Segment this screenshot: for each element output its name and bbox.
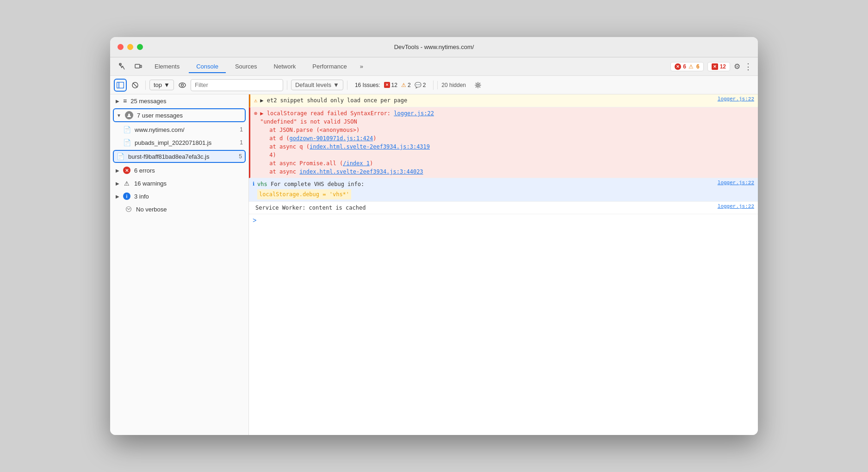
console-entry-warning: ⚠ ▶ et2 snippet should only load once pe…	[249, 94, 758, 107]
toolbar-separator-1	[145, 81, 146, 90]
svg-rect-1	[135, 64, 140, 68]
titlebar: DevTools - www.nytimes.com/	[110, 37, 758, 57]
vhs-entry-text: vhs For complete VHS debug info: localSt…	[257, 180, 715, 199]
issues-warning-icon: ⚠	[401, 82, 406, 88]
svg-point-11	[126, 207, 131, 212]
chevron-down-icon: ▼	[117, 113, 121, 118]
context-selector[interactable]: top ▼	[149, 80, 174, 90]
filter-input[interactable]	[191, 79, 283, 91]
tab-sources[interactable]: Sources	[228, 60, 265, 73]
blocked-badge[interactable]: ✕ 12	[707, 62, 730, 71]
svg-point-9	[477, 84, 479, 86]
devtools-window: DevTools - www.nytimes.com/ Elements Con…	[110, 37, 758, 435]
warning-triangle-icon: ⚠	[688, 63, 694, 70]
warning-entry-icon: ⚠	[254, 97, 257, 104]
maximize-button[interactable]	[137, 44, 143, 50]
tabs-right: ✕ 6 ⚠ 6 ✕ 12 ⚙ ⋮	[670, 62, 752, 72]
verbose-icon	[125, 205, 132, 213]
more-options-icon[interactable]: ⋮	[744, 62, 752, 72]
svelte-link-1[interactable]: index.html.svelte-2eef3934.js:3:4319	[310, 143, 430, 150]
godzown-link[interactable]: godzown-9010971d.js:1:424	[290, 135, 373, 142]
svg-point-8	[181, 84, 183, 86]
tab-elements[interactable]: Elements	[147, 60, 187, 73]
error-x-icon: ✕	[675, 63, 681, 70]
device-toolbar-icon[interactable]	[131, 60, 145, 73]
tab-network[interactable]: Network	[267, 60, 304, 73]
close-button[interactable]	[118, 44, 124, 50]
toolbar-separator-4	[433, 81, 434, 90]
file-icon: 📄	[123, 126, 131, 133]
prompt-chevron: >	[253, 217, 256, 224]
chevron-warnings-icon: ▶	[116, 181, 119, 186]
chevron-errors-icon: ▶	[116, 168, 119, 173]
traffic-lights	[118, 44, 143, 50]
eye-icon-button[interactable]	[176, 79, 189, 92]
console-prompt[interactable]: >	[249, 214, 758, 227]
issues-errors-count: ✕ 12	[384, 82, 397, 88]
chevron-info-icon: ▶	[116, 194, 119, 199]
sidebar-item-nytimes[interactable]: 📄 www.nytimes.com/ 1	[110, 123, 248, 136]
toolbar-separator-3	[347, 81, 347, 90]
chevron-right-icon: ▶	[116, 99, 119, 104]
log-levels-selector[interactable]: Default levels ▼	[291, 80, 343, 90]
list-icon: ≡	[123, 97, 127, 105]
warning-entry-location[interactable]: logger.js:22	[718, 96, 754, 102]
more-tabs[interactable]: »	[356, 61, 367, 72]
sidebar-item-info[interactable]: ▶ i 3 info	[110, 190, 248, 203]
main-content: ▶ ≡ 25 messages ▼ 7 user messages 📄 www.…	[110, 94, 758, 435]
warning-entry-text: ▶ et2 snippet should only load once per …	[260, 96, 715, 105]
issues-info-count: 💬 2	[415, 82, 426, 88]
issues-warnings-count: ⚠ 2	[401, 82, 411, 88]
toolbar-separator-2	[287, 81, 287, 90]
clear-console-button[interactable]	[129, 79, 142, 92]
tabs-bar: Elements Console Sources Network Perform…	[110, 57, 758, 76]
svelte-link-2[interactable]: index.html.svelte-2eef3934.js:3:44023	[299, 168, 423, 175]
sidebar-item-burst[interactable]: 📄 burst-f9baff81bad8ea7efa3c.js 5	[113, 150, 246, 163]
sidebar-item-pubads[interactable]: 📄 pubads_impl_2022071801.js 1	[110, 136, 248, 149]
info-entry-icon: ℹ	[253, 181, 254, 187]
sidebar-item-warnings[interactable]: ▶ ⚠ 16 warnings	[110, 177, 248, 190]
normal-entry-location[interactable]: logger.js:22	[718, 204, 754, 209]
sidebar-item-user-messages[interactable]: ▼ 7 user messages	[113, 108, 246, 122]
issues-info-icon: 💬	[415, 82, 422, 88]
error-location-link[interactable]: logger.js:22	[394, 110, 434, 117]
user-icon	[125, 111, 133, 119]
console-settings-icon[interactable]	[471, 79, 484, 92]
minimize-button[interactable]	[127, 44, 133, 50]
settings-icon[interactable]: ⚙	[734, 62, 740, 71]
tab-performance[interactable]: Performance	[305, 60, 354, 73]
issues-bar: 16 Issues: ✕ 12 ⚠ 2 💬 2	[351, 82, 429, 88]
block-icon: ✕	[712, 63, 718, 70]
sidebar-item-errors[interactable]: ▶ ✕ 6 errors	[110, 164, 248, 177]
file-icon-burst: 📄	[117, 153, 124, 160]
file-icon-pubads: 📄	[123, 139, 131, 146]
console-sidebar: ▶ ≡ 25 messages ▼ 7 user messages 📄 www.…	[110, 94, 249, 435]
index-link[interactable]: /index 1	[343, 160, 370, 167]
console-output[interactable]: ⚠ ▶ et2 snippet should only load once pe…	[249, 94, 758, 435]
console-entry-error: ⊗ ▶ localStorage read failed SyntaxError…	[249, 107, 758, 178]
issues-error-icon: ✕	[384, 82, 390, 88]
svg-rect-3	[117, 82, 124, 88]
inspect-icon[interactable]	[116, 60, 130, 73]
console-entry-vhs: ℹ vhs For complete VHS debug info: local…	[249, 178, 758, 202]
console-entry-normal: Service Worker: content is cached logger…	[249, 202, 758, 214]
window-title: DevTools - www.nytimes.com/	[394, 43, 474, 50]
error-count-badge[interactable]: ✕ 6 ⚠ 6	[670, 62, 703, 71]
error-entry-text: ▶ localStorage read failed SyntaxError: …	[260, 109, 754, 176]
sidebar-item-verbose[interactable]: No verbose	[110, 203, 248, 216]
tab-console[interactable]: Console	[189, 60, 226, 73]
vhs-entry-location[interactable]: logger.js:22	[718, 180, 754, 186]
svg-point-10	[128, 114, 130, 116]
hidden-count: 20 hidden	[437, 81, 470, 89]
svg-line-6	[133, 83, 137, 87]
warning-icon: ⚠	[123, 180, 130, 187]
sidebar-toggle-button[interactable]	[114, 79, 127, 92]
console-toolbar: top ▼ Default levels ▼ 16 Issues: ✕ 12 ⚠	[110, 76, 758, 94]
svg-rect-2	[140, 65, 142, 68]
error-entry-icon: ⊗	[254, 110, 257, 117]
normal-entry-text: Service Worker: content is cached	[255, 204, 715, 212]
info-icon: i	[123, 193, 130, 200]
sidebar-item-all-messages[interactable]: ▶ ≡ 25 messages	[110, 94, 248, 107]
svg-point-7	[179, 83, 186, 87]
error-icon: ✕	[123, 167, 130, 174]
